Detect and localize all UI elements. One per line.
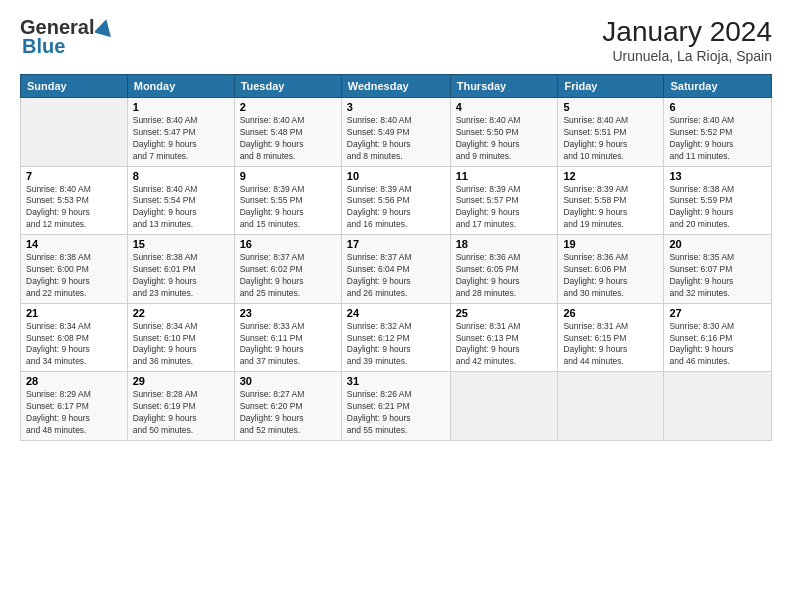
calendar-cell: 16Sunrise: 8:37 AMSunset: 6:02 PMDayligh… (234, 235, 341, 304)
calendar-cell: 9Sunrise: 8:39 AMSunset: 5:55 PMDaylight… (234, 166, 341, 235)
day-info-line: Sunrise: 8:31 AM (563, 321, 658, 333)
day-number: 21 (26, 307, 122, 319)
day-number: 29 (133, 375, 229, 387)
day-info-line: Sunset: 6:13 PM (456, 333, 553, 345)
day-info: Sunrise: 8:34 AMSunset: 6:10 PMDaylight:… (133, 321, 229, 369)
day-info-line: Daylight: 9 hours (563, 276, 658, 288)
day-header-tuesday: Tuesday (234, 75, 341, 98)
day-info-line: Sunset: 5:55 PM (240, 195, 336, 207)
day-header-wednesday: Wednesday (341, 75, 450, 98)
day-info-line: Sunrise: 8:26 AM (347, 389, 445, 401)
day-info-line: and 15 minutes. (240, 219, 336, 231)
day-info-line: Daylight: 9 hours (456, 344, 553, 356)
day-number: 27 (669, 307, 766, 319)
day-info: Sunrise: 8:39 AMSunset: 5:58 PMDaylight:… (563, 184, 658, 232)
day-info: Sunrise: 8:38 AMSunset: 5:59 PMDaylight:… (669, 184, 766, 232)
day-info: Sunrise: 8:26 AMSunset: 6:21 PMDaylight:… (347, 389, 445, 437)
day-number: 4 (456, 101, 553, 113)
day-info-line: Daylight: 9 hours (347, 344, 445, 356)
day-info-line: Daylight: 9 hours (133, 207, 229, 219)
day-info-line: Daylight: 9 hours (669, 139, 766, 151)
day-number: 12 (563, 170, 658, 182)
day-number: 8 (133, 170, 229, 182)
day-number: 24 (347, 307, 445, 319)
day-info: Sunrise: 8:27 AMSunset: 6:20 PMDaylight:… (240, 389, 336, 437)
day-info-line: Sunrise: 8:37 AM (240, 252, 336, 264)
calendar-cell: 11Sunrise: 8:39 AMSunset: 5:57 PMDayligh… (450, 166, 558, 235)
day-info: Sunrise: 8:38 AMSunset: 6:00 PMDaylight:… (26, 252, 122, 300)
day-info-line: Sunrise: 8:40 AM (133, 115, 229, 127)
day-info-line: Sunrise: 8:39 AM (456, 184, 553, 196)
calendar-week-row: 21Sunrise: 8:34 AMSunset: 6:08 PMDayligh… (21, 303, 772, 372)
calendar-cell: 6Sunrise: 8:40 AMSunset: 5:52 PMDaylight… (664, 98, 772, 167)
day-info-line: Sunrise: 8:36 AM (563, 252, 658, 264)
calendar-cell: 28Sunrise: 8:29 AMSunset: 6:17 PMDayligh… (21, 372, 128, 441)
day-info-line: Sunrise: 8:39 AM (240, 184, 336, 196)
calendar-page: General Blue January 2024 Urunuela, La R… (0, 0, 792, 612)
calendar-week-row: 7Sunrise: 8:40 AMSunset: 5:53 PMDaylight… (21, 166, 772, 235)
day-info-line: Sunrise: 8:36 AM (456, 252, 553, 264)
day-info-line: Sunrise: 8:32 AM (347, 321, 445, 333)
calendar-cell: 18Sunrise: 8:36 AMSunset: 6:05 PMDayligh… (450, 235, 558, 304)
day-number: 10 (347, 170, 445, 182)
day-number: 3 (347, 101, 445, 113)
day-info: Sunrise: 8:40 AMSunset: 5:51 PMDaylight:… (563, 115, 658, 163)
day-info-line: and 17 minutes. (456, 219, 553, 231)
day-info-line: Sunrise: 8:39 AM (347, 184, 445, 196)
day-info-line: and 9 minutes. (456, 151, 553, 163)
day-info-line: Sunset: 6:07 PM (669, 264, 766, 276)
day-info-line: Daylight: 9 hours (26, 413, 122, 425)
day-info-line: Sunrise: 8:29 AM (26, 389, 122, 401)
day-info-line: Sunset: 5:57 PM (456, 195, 553, 207)
day-info-line: and 55 minutes. (347, 425, 445, 437)
day-info: Sunrise: 8:39 AMSunset: 5:57 PMDaylight:… (456, 184, 553, 232)
day-info-line: Daylight: 9 hours (669, 207, 766, 219)
day-info: Sunrise: 8:31 AMSunset: 6:13 PMDaylight:… (456, 321, 553, 369)
calendar-cell (558, 372, 664, 441)
calendar-cell: 26Sunrise: 8:31 AMSunset: 6:15 PMDayligh… (558, 303, 664, 372)
calendar-cell: 13Sunrise: 8:38 AMSunset: 5:59 PMDayligh… (664, 166, 772, 235)
day-info-line: Sunset: 5:59 PM (669, 195, 766, 207)
day-info-line: Sunset: 5:52 PM (669, 127, 766, 139)
calendar-week-row: 1Sunrise: 8:40 AMSunset: 5:47 PMDaylight… (21, 98, 772, 167)
day-info-line: Sunrise: 8:40 AM (563, 115, 658, 127)
day-info-line: and 7 minutes. (133, 151, 229, 163)
calendar-cell: 17Sunrise: 8:37 AMSunset: 6:04 PMDayligh… (341, 235, 450, 304)
day-info-line: Daylight: 9 hours (347, 139, 445, 151)
day-number: 5 (563, 101, 658, 113)
day-info-line: Daylight: 9 hours (456, 207, 553, 219)
day-info-line: and 48 minutes. (26, 425, 122, 437)
day-info-line: and 30 minutes. (563, 288, 658, 300)
day-info-line: and 42 minutes. (456, 356, 553, 368)
calendar-cell: 27Sunrise: 8:30 AMSunset: 6:16 PMDayligh… (664, 303, 772, 372)
day-info-line: Sunrise: 8:40 AM (456, 115, 553, 127)
title-block: January 2024 Urunuela, La Rioja, Spain (602, 16, 772, 64)
day-info-line: Sunrise: 8:40 AM (669, 115, 766, 127)
day-info-line: Sunrise: 8:40 AM (26, 184, 122, 196)
day-info: Sunrise: 8:40 AMSunset: 5:47 PMDaylight:… (133, 115, 229, 163)
day-info-line: Sunrise: 8:38 AM (669, 184, 766, 196)
calendar-cell: 2Sunrise: 8:40 AMSunset: 5:48 PMDaylight… (234, 98, 341, 167)
day-info-line: Sunrise: 8:27 AM (240, 389, 336, 401)
day-number: 25 (456, 307, 553, 319)
day-info-line: and 11 minutes. (669, 151, 766, 163)
day-info-line: Daylight: 9 hours (26, 344, 122, 356)
day-number: 28 (26, 375, 122, 387)
day-info: Sunrise: 8:38 AMSunset: 6:01 PMDaylight:… (133, 252, 229, 300)
calendar-cell: 23Sunrise: 8:33 AMSunset: 6:11 PMDayligh… (234, 303, 341, 372)
day-info: Sunrise: 8:37 AMSunset: 6:04 PMDaylight:… (347, 252, 445, 300)
calendar-cell (450, 372, 558, 441)
calendar-cell: 24Sunrise: 8:32 AMSunset: 6:12 PMDayligh… (341, 303, 450, 372)
day-number: 1 (133, 101, 229, 113)
calendar-cell: 7Sunrise: 8:40 AMSunset: 5:53 PMDaylight… (21, 166, 128, 235)
day-info-line: Daylight: 9 hours (240, 139, 336, 151)
day-info-line: Sunset: 6:01 PM (133, 264, 229, 276)
day-info-line: Sunset: 6:21 PM (347, 401, 445, 413)
day-info-line: Sunset: 6:00 PM (26, 264, 122, 276)
day-number: 19 (563, 238, 658, 250)
calendar-cell: 29Sunrise: 8:28 AMSunset: 6:19 PMDayligh… (127, 372, 234, 441)
calendar-cell: 20Sunrise: 8:35 AMSunset: 6:07 PMDayligh… (664, 235, 772, 304)
day-header-thursday: Thursday (450, 75, 558, 98)
day-info-line: Sunset: 5:48 PM (240, 127, 336, 139)
day-info-line: Daylight: 9 hours (347, 276, 445, 288)
